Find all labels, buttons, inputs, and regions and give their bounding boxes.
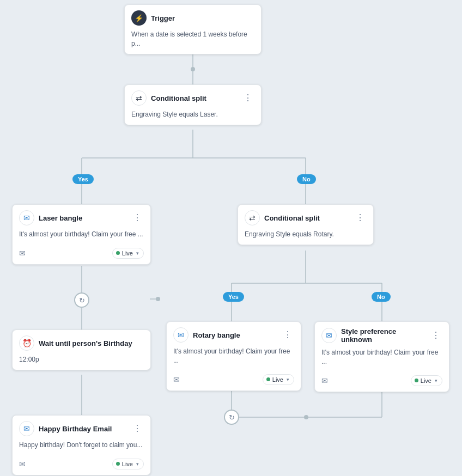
laser-bangle-live-dot: [116, 251, 120, 255]
laser-bangle-chevron: ▾: [136, 251, 139, 256]
wait-card-title: Wait until person's Birthday: [39, 339, 144, 347]
laser-bangle-header: ✉ Laser bangle ⋮: [13, 205, 150, 230]
trigger-header: ⚡ Trigger: [125, 5, 261, 30]
cond-split-right-icon: ⇄: [245, 210, 260, 225]
laser-bangle-footer: ✉ Live ▾: [13, 245, 150, 264]
style-pref-footer: ✉ Live ▾: [315, 372, 449, 392]
cond-split-right-menu[interactable]: ⋮: [354, 212, 367, 223]
happy-bday-email-icon: ✉: [19, 460, 26, 468]
conditional-split-right-card: ⇄ Conditional split ⋮ Engraving Style eq…: [238, 204, 374, 245]
laser-bangle-title: Laser bangle: [39, 214, 126, 222]
svg-point-14: [304, 415, 308, 419]
laser-bangle-description: It's almost your birthday! Claim your fr…: [13, 230, 150, 245]
rotary-bangle-description: It's almost your birthday! Claim your fr…: [167, 347, 301, 371]
wait-card-header: ⏰ Wait until person's Birthday: [13, 330, 150, 355]
happy-bday-footer: ✉ Live ▾: [13, 455, 150, 475]
wait-card-time: 12:00p: [13, 355, 150, 370]
rotary-bangle-icon: ✉: [173, 327, 189, 343]
yes-branch-label-2: Yes: [223, 292, 244, 302]
no-branch-label-1: No: [297, 174, 316, 184]
wait-connector-node[interactable]: ↻: [74, 292, 89, 308]
wait-card-icon: ⏰: [19, 335, 34, 351]
style-pref-email-icon: ✉: [321, 376, 328, 385]
rotary-bangle-email-icon: ✉: [173, 375, 180, 384]
happy-bday-live-badge[interactable]: Live ▾: [112, 459, 144, 469]
svg-point-18: [156, 297, 160, 301]
happy-birthday-card: ✉ Happy Birthday Email ⋮ Happy birthday!…: [12, 415, 151, 475]
rotary-bangle-card: ✉ Rotary bangle ⋮ It's almost your birth…: [166, 321, 301, 391]
rotary-bangle-menu[interactable]: ⋮: [281, 329, 294, 340]
cond-split-right-header: ⇄ Conditional split ⋮: [238, 205, 373, 230]
rotary-bangle-title: Rotary bangle: [193, 331, 277, 339]
laser-bangle-card: ✉ Laser bangle ⋮ It's almost your birthd…: [12, 204, 151, 265]
trigger-icon: ⚡: [131, 10, 147, 26]
no-branch-label-2: No: [372, 292, 391, 302]
laser-bangle-menu[interactable]: ⋮: [131, 212, 144, 223]
conditional-split-top-card: ⇄ Conditional split ⋮ Engraving Style eq…: [124, 84, 262, 125]
cond-split-top-description: Engraving Style equals Laser.: [125, 110, 261, 125]
yes-branch-label-1: Yes: [72, 174, 94, 184]
style-pref-icon: ✉: [321, 328, 337, 343]
trigger-card: ⚡ Trigger When a date is selected 1 week…: [124, 4, 262, 54]
style-pref-description: It's almost your birthday! Claim your fr…: [315, 348, 449, 372]
rotary-bangle-live-badge[interactable]: Live ▾: [263, 374, 294, 385]
cond-split-top-title: Conditional split: [151, 94, 237, 102]
cond-split-top-header: ⇄ Conditional split ⋮: [125, 85, 261, 110]
trigger-title: Trigger: [151, 14, 254, 22]
cond-split-top-icon: ⇄: [131, 90, 147, 106]
happy-bday-icon: ✉: [19, 421, 34, 436]
svg-point-1: [191, 67, 195, 71]
style-pref-chevron: ▾: [435, 378, 437, 383]
happy-bday-header: ✉ Happy Birthday Email ⋮: [13, 416, 150, 441]
style-pref-title: Style preference unknown: [341, 327, 425, 344]
style-preference-card: ✉ Style preference unknown ⋮ It's almost…: [314, 321, 449, 392]
merge-connector-node[interactable]: ↻: [224, 410, 239, 425]
happy-bday-title: Happy Birthday Email: [39, 425, 126, 433]
rotary-bangle-header: ✉ Rotary bangle ⋮: [167, 322, 301, 347]
wait-card: ⏰ Wait until person's Birthday 12:00p: [12, 329, 151, 370]
rotary-bangle-chevron: ▾: [287, 377, 289, 382]
style-pref-menu[interactable]: ⋮: [429, 330, 442, 341]
cond-split-top-menu[interactable]: ⋮: [241, 93, 254, 103]
happy-bday-chevron: ▾: [136, 461, 139, 467]
style-pref-live-badge[interactable]: Live ▾: [411, 375, 442, 386]
workflow-canvas: ⚡ Trigger When a date is selected 1 week…: [0, 0, 462, 476]
happy-bday-description: Happy birthday! Don't forget to claim yo…: [13, 441, 150, 455]
laser-bangle-icon: ✉: [19, 210, 34, 225]
style-pref-live-dot: [415, 379, 418, 382]
style-pref-header: ✉ Style preference unknown ⋮: [315, 322, 449, 348]
trigger-description: When a date is selected 1 weeks before p…: [125, 30, 261, 54]
rotary-bangle-footer: ✉ Live ▾: [167, 371, 301, 390]
happy-bday-menu[interactable]: ⋮: [131, 423, 144, 434]
cond-split-right-description: Engraving Style equals Rotary.: [238, 230, 373, 245]
rotary-bangle-live-dot: [266, 377, 270, 381]
cond-split-right-title: Conditional split: [264, 214, 349, 222]
laser-bangle-email-icon: ✉: [19, 249, 26, 258]
happy-bday-live-dot: [116, 462, 120, 466]
laser-bangle-live-badge[interactable]: Live ▾: [112, 248, 144, 259]
